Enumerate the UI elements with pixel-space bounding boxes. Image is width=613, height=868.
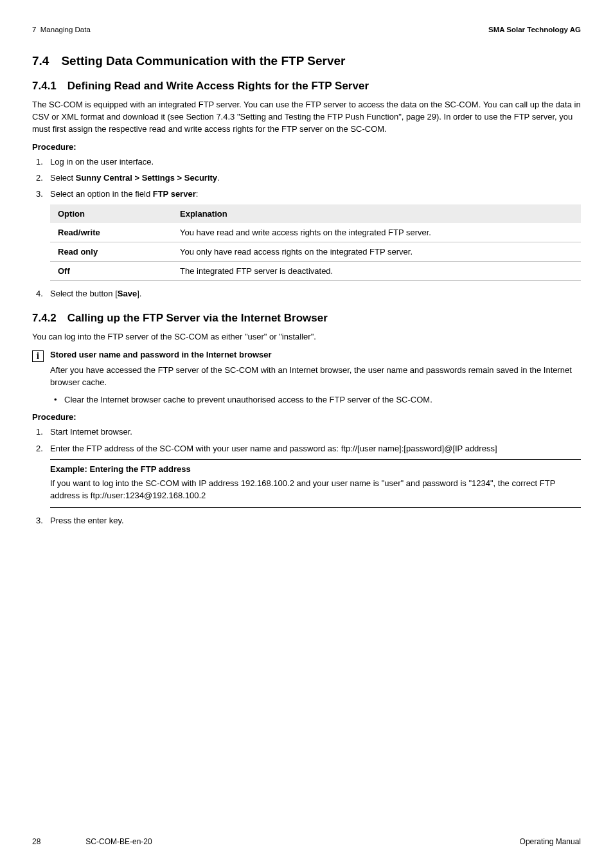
page-footer: 28 SC-COM-BE-en-20 Operating Manual	[32, 837, 581, 846]
section-7-4-2-intro: You can log into the FTP server of the S…	[32, 331, 581, 343]
page: 7 Managing Data SMA Solar Technology AG …	[0, 0, 613, 868]
section-7-4-2-heading: 7.4.2 Calling up the FTP Server via the …	[32, 312, 581, 325]
procedure-label: Procedure:	[32, 142, 581, 152]
cell-option: Read only	[50, 242, 172, 261]
table-row: Read/write You have read and write acces…	[50, 223, 581, 242]
header-left: 7 Managing Data	[32, 26, 91, 33]
procedure-label: Procedure:	[32, 412, 581, 422]
cell-explanation: You only have read access rights on the …	[172, 242, 581, 261]
info-bullets: Clear the Internet browser cache to prev…	[50, 394, 581, 406]
cell-explanation: You have read and write access rights on…	[172, 223, 581, 242]
step-text: :	[196, 189, 199, 199]
info-bullet: Clear the Internet browser cache to prev…	[60, 394, 581, 406]
step-bold: Sunny Central > Settings > Security	[76, 173, 217, 183]
table-row: Read only You only have read access righ…	[50, 242, 581, 261]
col-explanation: Explanation	[172, 204, 581, 223]
page-header: 7 Managing Data SMA Solar Technology AG	[32, 26, 581, 33]
step-1: Start Internet browser.	[45, 426, 581, 439]
step-text: Select the button [	[50, 289, 118, 298]
step-text: ].	[137, 289, 141, 298]
procedure-7-4-2: Start Internet browser. Enter the FTP ad…	[32, 426, 581, 455]
step-4: Select the button [Save].	[45, 287, 581, 300]
procedure-7-4-2-cont: Press the enter key.	[32, 514, 581, 527]
step-text: .	[217, 173, 220, 183]
example-title: Example: Entering the FTP address	[50, 464, 581, 474]
info-callout: i Stored user name and password in the I…	[32, 350, 581, 406]
info-body-text: After you have accessed the FTP server o…	[50, 365, 581, 389]
step-2: Select Sunny Central > Settings > Securi…	[45, 172, 581, 185]
procedure-7-4-1: Log in on the user interface. Select Sun…	[32, 156, 581, 201]
info-icon: i	[32, 350, 44, 362]
cell-option: Read/write	[50, 223, 172, 242]
step-text: Select an option in the field	[50, 189, 153, 199]
col-option: Option	[50, 204, 172, 223]
cell-option: Off	[50, 261, 172, 280]
step-3: Select an option in the field FTP server…	[45, 188, 581, 201]
section-7-4-1-heading: 7.4.1 Defining Read and Write Access Rig…	[32, 80, 581, 93]
section-7-4-heading: 7.4 Setting Data Communication with the …	[32, 54, 581, 68]
procedure-7-4-1-cont: Select the button [Save].	[32, 287, 581, 300]
step-1: Log in on the user interface.	[45, 156, 581, 168]
step-bold: FTP server	[153, 189, 196, 199]
table-header-row: Option Explanation	[50, 204, 581, 223]
header-right: SMA Solar Technology AG	[488, 26, 581, 33]
footer-page-number: 28	[32, 837, 40, 846]
step-text: Select	[50, 173, 76, 183]
footer-manual: Operating Manual	[520, 837, 581, 846]
step-bold: Save	[118, 289, 137, 298]
step-3: Press the enter key.	[45, 514, 581, 527]
table-row: Off The integrated FTP server is deactiv…	[50, 261, 581, 280]
step-2: Enter the FTP address of the SC-COM with…	[45, 442, 581, 455]
example-body: If you want to log into the SC-COM with …	[50, 478, 581, 502]
ftp-options-table: Option Explanation Read/write You have r…	[50, 204, 581, 281]
section-7-4-1-intro: The SC-COM is equipped with an integrate…	[32, 99, 581, 136]
info-title: Stored user name and password in the Int…	[50, 350, 581, 359]
cell-explanation: The integrated FTP server is deactivated…	[172, 261, 581, 280]
footer-doc-id: SC-COM-BE-en-20	[85, 837, 152, 846]
info-body: After you have accessed the FTP server o…	[50, 365, 581, 406]
example-callout: Example: Entering the FTP address If you…	[50, 459, 581, 509]
